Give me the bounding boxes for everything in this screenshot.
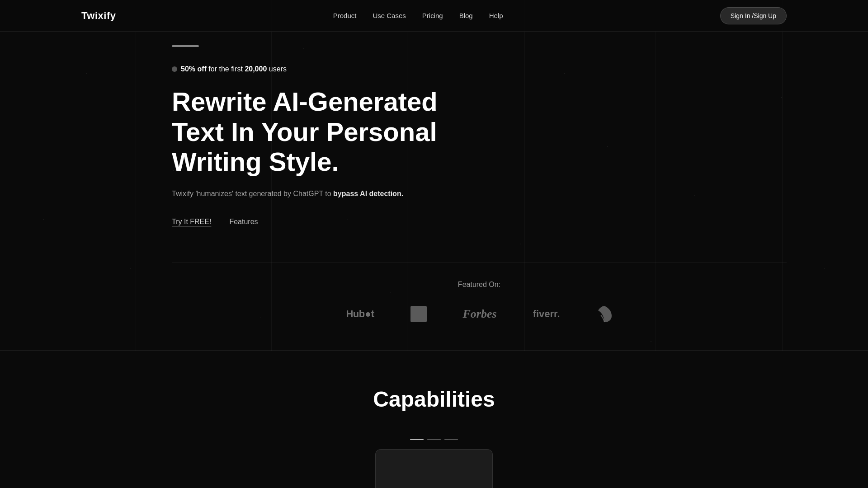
capabilities-title: Capabilities <box>373 387 495 412</box>
forbes-logo: Forbes <box>463 307 497 321</box>
top-decorative-bar <box>172 45 199 47</box>
indicator-dot-2 <box>427 439 441 440</box>
promo-text: 50% off for the first 20,000 users <box>181 65 287 73</box>
capabilities-indicator <box>410 439 458 440</box>
hero-subtext-bold: bypass AI detection. <box>333 190 403 197</box>
square-logo <box>410 306 427 322</box>
fiverr-logo: fiverr. <box>533 308 560 320</box>
hubspot-logo: Hubt <box>346 308 374 320</box>
hero-subtext: Twixify 'humanizes' text generated by Ch… <box>172 188 403 200</box>
hero-section: 50% off for the first 20,000 users Rewri… <box>0 0 868 350</box>
promo-dot-icon <box>172 66 177 72</box>
promo-highlight: 20,000 <box>245 65 267 73</box>
nav-logo[interactable]: Twixify <box>81 10 116 22</box>
signin-button[interactable]: Sign In /Sign Up <box>720 7 787 24</box>
featured-label: Featured On: <box>458 281 500 289</box>
leaf-icon <box>596 305 613 323</box>
promo-badge: 50% off for the first 20,000 users <box>172 65 287 73</box>
leaf-logo <box>596 305 613 323</box>
capability-card-preview <box>375 449 493 488</box>
square-icon <box>410 306 427 322</box>
featured-logos: Hubt Forbes fiverr. <box>346 305 612 323</box>
cta-buttons: Try It FREE! Features <box>172 218 258 226</box>
nav-item-blog[interactable]: Blog <box>459 12 473 19</box>
navbar: Twixify Product Use Cases Pricing Blog H… <box>0 0 868 32</box>
main-wrapper: 50% off for the first 20,000 users Rewri… <box>0 0 868 488</box>
promo-bold: 50% off <box>181 65 207 73</box>
try-free-button[interactable]: Try It FREE! <box>172 218 211 226</box>
nav-links: Product Use Cases Pricing Blog Help <box>333 12 503 20</box>
nav-item-help[interactable]: Help <box>489 12 503 19</box>
hero-subtext-prefix: Twixify 'humanizes' text generated by Ch… <box>172 190 333 197</box>
nav-item-product[interactable]: Product <box>333 12 357 19</box>
promo-end: users <box>267 65 287 73</box>
features-button[interactable]: Features <box>229 218 258 226</box>
indicator-dot-3 <box>444 439 458 440</box>
nav-item-pricing[interactable]: Pricing <box>422 12 443 19</box>
hubspot-dot <box>366 312 370 317</box>
indicator-dot-1 <box>410 439 424 440</box>
nav-item-use-cases[interactable]: Use Cases <box>373 12 406 19</box>
featured-section: Featured On: Hubt Forbes <box>172 262 787 350</box>
promo-suffix: for the first <box>207 65 245 73</box>
hero-headline: Rewrite AI-Generated Text In Your Person… <box>172 87 466 177</box>
capabilities-section: Capabilities <box>0 351 868 488</box>
